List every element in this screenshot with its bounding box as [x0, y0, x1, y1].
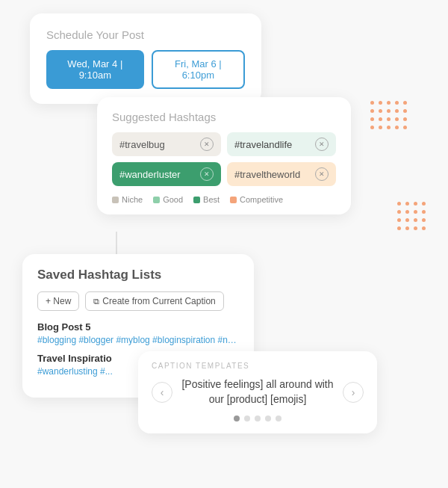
list-blog-title: Blog Post 5	[37, 321, 239, 333]
legend-niche-label: Niche	[122, 195, 143, 204]
legend-good-dot	[153, 197, 160, 203]
saved-actions: + New ⧉ Create from Current Caption	[37, 291, 239, 311]
caption-next-button[interactable]: ›	[343, 382, 364, 403]
create-caption-label: Create from Current Caption	[102, 296, 215, 306]
legend-best-dot	[193, 197, 200, 203]
tag-text: #wanderluster	[119, 169, 181, 180]
saved-title: Saved Hashtag Lists	[37, 268, 239, 282]
caption-label: CAPTION TEMPLATES	[152, 362, 364, 370]
create-from-caption-button[interactable]: ⧉ Create from Current Caption	[85, 291, 223, 311]
caption-prev-button[interactable]: ‹	[152, 382, 172, 403]
new-list-button[interactable]: + New	[37, 291, 79, 311]
legend-best-label: Best	[203, 195, 220, 204]
legend-niche-dot	[112, 197, 119, 203]
hashtags-grid: #travelbug ✕ #travelandlife ✕ #wanderlus…	[112, 132, 336, 186]
tag-remove-icon[interactable]: ✕	[315, 138, 329, 151]
tag-remove-icon[interactable]: ✕	[200, 138, 214, 151]
tag-traveltheworld[interactable]: #traveltheworld ✕	[227, 162, 336, 186]
caption-card: CAPTION TEMPLATES ‹ [Positive feelings] …	[138, 351, 377, 433]
legend-best: Best	[193, 195, 220, 204]
caption-carousel: ‹ [Positive feelings] all around with ou…	[152, 377, 364, 407]
schedule-btn-1[interactable]: Wed, Mar 4 | 9:10am	[46, 50, 144, 89]
schedule-buttons: Wed, Mar 4 | 9:10am Fri, Mar 6 | 6:10pm	[46, 50, 245, 89]
list-item-blog: Blog Post 5 #blogging #blogger #myblog #…	[37, 321, 239, 345]
decorative-dots-2	[397, 202, 426, 230]
decorative-dots-1	[370, 101, 407, 129]
legend-good: Good	[153, 195, 183, 204]
caption-dot-5[interactable]	[276, 416, 281, 421]
tag-text: #travelbug	[119, 139, 165, 150]
tag-text: #traveltheworld	[234, 169, 300, 180]
hashtags-card: Suggested Hashtags #travelbug ✕ #travela…	[97, 97, 351, 214]
caption-dot-3[interactable]	[255, 416, 261, 421]
legend-good-label: Good	[163, 195, 183, 204]
hashtags-title: Suggested Hashtags	[112, 111, 336, 123]
copy-icon: ⧉	[93, 297, 99, 306]
caption-text: [Positive feelings] all around with our …	[178, 377, 337, 407]
tag-travelbug[interactable]: #travelbug ✕	[112, 132, 221, 156]
legend-competitive: Competitive	[230, 195, 283, 204]
tag-remove-icon[interactable]: ✕	[315, 167, 329, 181]
legend-competitive-dot	[230, 197, 237, 203]
caption-dot-4[interactable]	[265, 416, 271, 421]
tag-travelandlife[interactable]: #travelandlife ✕	[227, 132, 336, 156]
list-blog-tags: #blogging #blogger #myblog #bloginspirat…	[37, 335, 239, 345]
caption-dot-2[interactable]	[244, 416, 250, 421]
tag-remove-icon[interactable]: ✕	[200, 167, 214, 181]
legend-niche: Niche	[112, 195, 143, 204]
tag-wanderluster[interactable]: #wanderluster ✕	[112, 162, 221, 186]
legend-competitive-label: Competitive	[240, 195, 283, 204]
caption-pagination	[152, 416, 364, 421]
schedule-btn-2[interactable]: Fri, Mar 6 | 6:10pm	[152, 50, 245, 89]
tag-text: #travelandlife	[234, 139, 292, 150]
schedule-card: Schedule Your Post Wed, Mar 4 | 9:10am F…	[30, 13, 261, 104]
hashtag-legend: Niche Good Best Competitive	[112, 195, 336, 204]
caption-dot-1[interactable]	[234, 416, 240, 421]
schedule-title: Schedule Your Post	[46, 28, 245, 41]
